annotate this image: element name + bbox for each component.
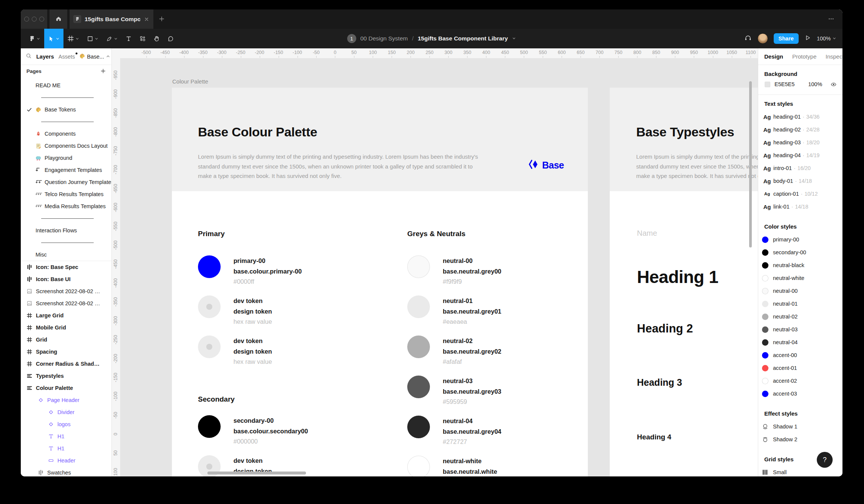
page-item[interactable] (21, 237, 111, 249)
play-icon[interactable] (804, 34, 811, 43)
panel-tab[interactable]: Inspect (825, 53, 842, 60)
page-item[interactable]: READ ME (21, 79, 111, 91)
panel-tab[interactable]: Prototype (792, 53, 816, 60)
color-style-item[interactable]: neutral-02 (758, 310, 842, 323)
frame-colour-palette[interactable]: Colour Palette Base Colour Palette Lorem… (172, 88, 588, 476)
text-style-item[interactable]: Ag heading-03 · 18/20 (758, 136, 842, 149)
minimize-window-button[interactable] (32, 17, 37, 22)
canvas[interactable]: -500-450-400-350-300-250-200-150-100-500… (112, 48, 758, 476)
plus-icon[interactable] (158, 15, 166, 23)
swatch-row[interactable]: neutral-01 base.neutral.grey01 #eaeaea (407, 295, 585, 335)
search-icon[interactable] (26, 53, 32, 60)
color-swatch[interactable] (198, 295, 221, 318)
page-item[interactable]: Media Results Templates (21, 200, 111, 212)
background-opacity[interactable]: 100% (808, 81, 822, 87)
text-style-item[interactable]: Ag link-01 · 14/18 (758, 200, 842, 213)
page-item[interactable]: Question Journey Templates (21, 176, 111, 188)
zoom-control[interactable]: 100% (817, 36, 836, 42)
layer-item[interactable]: Icon: Base Spec (21, 261, 111, 273)
color-style-item[interactable]: neutral-04 (758, 336, 842, 349)
avatar[interactable] (757, 33, 768, 44)
layer-item[interactable]: Divider (21, 406, 111, 418)
hand-tool[interactable] (150, 29, 164, 48)
color-style-item[interactable]: accent-02 (758, 374, 842, 387)
layer-item[interactable]: Spacing (21, 346, 111, 358)
share-button[interactable]: Share (774, 33, 799, 44)
color-style-item[interactable]: accent-03 (758, 387, 842, 400)
layer-item[interactable]: Screenshot 2022-08-02 at 3.05 1 (21, 285, 111, 297)
swatch-row[interactable]: neutral-white base.neutral.white #ffffff (407, 456, 585, 476)
text-style-item[interactable]: Ag heading-01 · 34/36 (758, 110, 842, 123)
color-swatch[interactable] (198, 255, 221, 278)
color-style-item[interactable]: neutral-00 (758, 284, 842, 297)
color-style-item[interactable]: secondary-00 (758, 246, 842, 259)
page-item[interactable]: Telco Results Templates (21, 188, 111, 200)
tab-plugin-page[interactable]: Base... (79, 53, 110, 60)
effect-style-item[interactable]: Shadow 2 (758, 433, 842, 446)
page-item[interactable]: Base Tokens (21, 104, 111, 116)
zoom-window-button[interactable] (39, 17, 44, 22)
shape-tool[interactable] (83, 29, 102, 48)
layer-item[interactable]: Grid (21, 334, 111, 346)
page-item[interactable] (21, 212, 111, 224)
color-style-item[interactable]: accent-00 (758, 349, 842, 362)
background-swatch[interactable] (765, 82, 770, 87)
plus-dark-icon[interactable] (100, 68, 106, 74)
color-swatch[interactable] (407, 456, 430, 476)
color-swatch[interactable] (407, 416, 430, 438)
layer-item[interactable]: H1 (21, 430, 111, 442)
swatch-row[interactable]: neutral-03 base.neutral.grey03 #595959 (407, 376, 585, 416)
tab-assets[interactable]: Assets (59, 54, 75, 60)
layer-item[interactable]: Swatches (21, 467, 111, 476)
text-tool[interactable] (122, 29, 136, 48)
horizontal-scrollbar[interactable] (207, 472, 306, 475)
swatch-row[interactable]: secondary-00 base.colour.secondary00 #00… (198, 415, 376, 455)
breadcrumb-project[interactable]: 00 Design System (360, 35, 408, 42)
dots-icon[interactable] (827, 15, 836, 23)
home-button[interactable] (49, 9, 67, 29)
type-heading[interactable]: Heading 3 (637, 377, 682, 388)
layer-item[interactable]: H1 (21, 442, 111, 455)
layer-item[interactable]: Screenshot 2022-08-02 at 3.01 1 (21, 297, 111, 309)
comment-tool[interactable] (164, 29, 178, 48)
page-item[interactable]: Misc (21, 249, 111, 261)
tab-layers[interactable]: Layers (36, 54, 54, 60)
page-item[interactable]: Interaction Flows (21, 224, 111, 237)
color-style-item[interactable]: primary-00 (758, 233, 842, 246)
text-style-item[interactable]: Ag heading-04 · 14/19 (758, 149, 842, 162)
layer-item[interactable]: Typestyles (21, 370, 111, 382)
color-style-item[interactable]: neutral-03 (758, 323, 842, 336)
resources-tool[interactable] (136, 29, 150, 48)
page-item[interactable]: Engagement Templates (21, 164, 111, 176)
collaborator-badge[interactable]: 1 (347, 34, 356, 43)
layer-item[interactable]: Large Grid (21, 309, 111, 322)
type-heading[interactable]: Heading 2 (637, 322, 693, 335)
chevdown-sm-icon[interactable] (512, 35, 516, 42)
text-style-item[interactable]: Ag body-01 · 14/18 (758, 175, 842, 187)
layer-item[interactable]: Colour Palette (21, 382, 111, 394)
frame-label[interactable]: Colour Palette (172, 78, 208, 85)
frame-tool[interactable] (63, 29, 83, 48)
color-swatch[interactable] (407, 295, 430, 318)
vertical-scrollbar[interactable] (749, 81, 752, 247)
effect-style-item[interactable]: Shadow 1 (758, 420, 842, 433)
background-hex[interactable]: E5E5E5 (774, 81, 794, 87)
file-tab[interactable]: 15gifts Base Component Library (70, 9, 153, 29)
type-heading[interactable]: Heading 1 (637, 267, 718, 287)
panel-tab[interactable]: Design (764, 53, 783, 60)
swatch-row[interactable]: neutral-02 base.neutral.grey02 #afafaf (407, 335, 585, 376)
main-menu-button[interactable] (25, 29, 44, 48)
color-swatch[interactable] (198, 335, 221, 358)
color-style-item[interactable]: neutral-black (758, 259, 842, 272)
pen-tool[interactable] (102, 29, 122, 48)
page-item[interactable] (21, 91, 111, 104)
layer-item[interactable]: Mobile Grid (21, 322, 111, 334)
layer-item[interactable]: Page Header (21, 394, 111, 406)
layer-item[interactable]: logos (21, 418, 111, 430)
text-style-item[interactable]: Ag caption-01 · 10/12 (758, 187, 842, 200)
eye-icon[interactable] (830, 81, 837, 88)
close-window-button[interactable] (24, 17, 29, 22)
color-swatch[interactable] (407, 376, 430, 398)
layer-item[interactable]: Corner Radius & Shadows (21, 358, 111, 370)
swatch-row[interactable]: neutral-00 base.neutral.grey00 #f9f9f9 (407, 255, 585, 295)
